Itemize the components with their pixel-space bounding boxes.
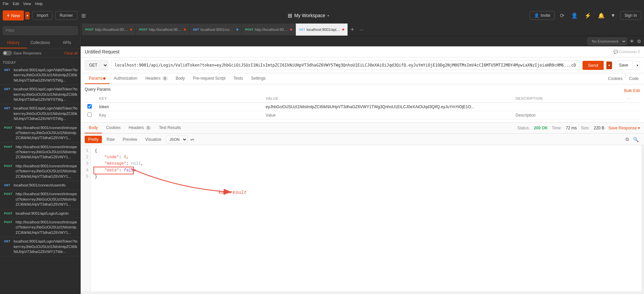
settings-icon-button[interactable]: ⚙: [637, 39, 641, 44]
history-item[interactable]: POST http://localhost:9001/connect/intro…: [0, 190, 80, 209]
history-item[interactable]: GET localhost:9001/connect/userinfo: [0, 181, 80, 190]
add-tab-button[interactable]: +: [348, 26, 357, 33]
col-value-header: VALUE: [263, 94, 513, 103]
req-tab-body[interactable]: Body: [172, 73, 189, 84]
history-item[interactable]: GET localhost:9001/api/Login/ValidToken?…: [0, 237, 80, 256]
workspace-label[interactable]: My Workspace: [294, 13, 325, 18]
menu-help[interactable]: Help: [35, 2, 43, 6]
tab-item[interactable]: POST http://localhost:9001/connect/...: [136, 24, 190, 36]
wrap-button[interactable]: ⇌: [189, 135, 196, 143]
req-tab-headers[interactable]: Headers 6: [141, 73, 171, 84]
lightning-icon-button[interactable]: ⚡: [583, 11, 593, 20]
resp-tab-test-results[interactable]: Test Results: [155, 123, 185, 133]
history-item[interactable]: GET localhost:9001/api/Login/ValidToken?…: [0, 104, 80, 123]
bulk-edit-link[interactable]: Bulk Edit: [624, 88, 640, 93]
code-link[interactable]: Code: [628, 74, 640, 84]
req-tab-authorization[interactable]: Authorization: [110, 73, 141, 84]
menu-bar: File Edit View Help: [0, 0, 644, 7]
new-button[interactable]: + New: [3, 10, 24, 20]
sidebar-search-container: [0, 24, 80, 38]
save-responses-toggle[interactable]: [3, 51, 12, 55]
method-select[interactable]: GET: [85, 60, 108, 70]
menu-edit[interactable]: Edit: [13, 2, 19, 6]
import-button[interactable]: Import: [32, 11, 52, 20]
sign-in-button[interactable]: Sign In: [620, 11, 641, 20]
search-input[interactable]: [3, 26, 78, 35]
runner-button[interactable]: Runner: [55, 11, 77, 20]
search-button[interactable]: 🔍: [632, 135, 640, 143]
response-time: 72 ms: [566, 126, 577, 130]
param-value-0[interactable]: [266, 104, 510, 109]
vertical-scrollbar[interactable]: [641, 145, 644, 294]
send-button[interactable]: Send: [582, 61, 603, 70]
user-icon-button[interactable]: 👤: [570, 11, 579, 20]
comments-button[interactable]: 💬 Comments 0: [613, 50, 640, 54]
send-dropdown-button[interactable]: ▾: [606, 61, 612, 69]
more-tabs-button[interactable]: ···: [357, 27, 366, 32]
param-key-1[interactable]: [99, 113, 260, 118]
param-desc-0[interactable]: [516, 104, 621, 109]
cookies-link[interactable]: Cookies: [607, 74, 624, 84]
history-url: http://localhost:9001/connect/introspect…: [16, 220, 78, 235]
tab-item[interactable]: GET localhost:9001/api/Login/ValidT...: [296, 24, 348, 36]
save-response-button[interactable]: Save Response ▾: [608, 126, 640, 130]
param-row: [85, 111, 640, 120]
sidebar-tab-history[interactable]: History: [0, 38, 27, 48]
history-item[interactable]: GET localhost:9001/api/Login/ValidToken?…: [0, 85, 80, 104]
tab-item[interactable]: POST http://localhost:9001/connect/...: [82, 24, 136, 36]
bell-icon-button[interactable]: 🔔: [597, 11, 606, 20]
visualize-view-button[interactable]: Visualize: [142, 136, 165, 143]
new-dropdown-arrow[interactable]: ▾: [25, 12, 30, 19]
tab-item[interactable]: GET localhost:9001/connect/userinfo: [190, 24, 242, 36]
resp-tab-headers[interactable]: Headers 5: [125, 123, 155, 133]
menu-view[interactable]: View: [23, 2, 31, 6]
eye-icon-button[interactable]: 👁: [630, 39, 634, 44]
save-dropdown-button[interactable]: ▾: [635, 61, 640, 70]
url-input[interactable]: [111, 60, 580, 70]
param-value-1[interactable]: [266, 113, 510, 118]
json-editor[interactable]: 1 2 3 4 5 { "code": 0, "message": null, …: [81, 145, 644, 294]
param-checkbox-0[interactable]: [87, 104, 92, 109]
req-tab-params[interactable]: Params: [85, 73, 110, 84]
resp-tab-cookies[interactable]: Cookies: [102, 123, 124, 133]
params-more-button[interactable]: ···: [627, 96, 631, 101]
history-item[interactable]: POST http://localhost:9001/connect/intro…: [0, 218, 80, 237]
tabs-env-container: POST http://localhost:9001/connect/... P…: [81, 24, 644, 46]
history-url: http://localhost:9001/connect/introspect…: [16, 125, 78, 141]
sidebar-tab-collections[interactable]: Collections: [27, 38, 54, 48]
layout-icon-button[interactable]: ⊞: [80, 11, 87, 20]
history-item[interactable]: POST http://localhost:9001/connect/intro…: [0, 143, 80, 162]
heart-icon-button[interactable]: ♥: [610, 11, 616, 20]
preview-view-button[interactable]: Preview: [119, 136, 140, 143]
raw-view-button[interactable]: Raw: [103, 136, 118, 143]
history-item[interactable]: POST http://localhost:9001/connect/intro…: [0, 162, 80, 181]
json-line-2: "code": 0,: [95, 154, 640, 161]
history-url: localhost:9001/api/Login/ValidToken?toke…: [14, 68, 78, 83]
env-bar: No Environment 👁 ⚙: [81, 36, 644, 46]
history-item[interactable]: POST localhost:9001/api/Login/LoginIn: [0, 209, 80, 218]
req-tab-pre-request[interactable]: Pre-request Script: [189, 73, 230, 84]
tab-item[interactable]: POST http://localhost:9001/api/Login/Log…: [242, 24, 296, 36]
param-key-0[interactable]: [99, 104, 260, 109]
horizontal-scrollbar[interactable]: [81, 291, 644, 294]
menu-file[interactable]: File: [3, 2, 9, 6]
param-checkbox-1[interactable]: [87, 113, 92, 117]
format-select[interactable]: JSON: [166, 136, 188, 143]
save-button[interactable]: Save: [615, 60, 633, 70]
workspace-dropdown-arrow[interactable]: ▾: [327, 14, 329, 17]
col-desc-header: DESCRIPTION: [513, 94, 624, 103]
param-desc-1[interactable]: [516, 113, 621, 118]
sidebar-tab-apis[interactable]: APIs: [53, 38, 80, 48]
sync-icon-button[interactable]: ⟳: [559, 11, 566, 20]
clear-all-button[interactable]: Clear all: [64, 51, 78, 55]
pretty-view-button[interactable]: Pretty: [85, 136, 102, 143]
req-tab-tests[interactable]: Tests: [230, 73, 247, 84]
environment-select[interactable]: No Environment: [588, 38, 627, 45]
history-item[interactable]: GET localhost:9001/api/Login/ValidToken?…: [0, 66, 80, 85]
copy-button[interactable]: ⧉: [624, 135, 630, 143]
invite-button[interactable]: 👤 Invite: [530, 11, 555, 20]
req-tab-settings[interactable]: Settings: [247, 73, 270, 84]
plus-icon: +: [7, 12, 10, 18]
resp-tab-body[interactable]: Body: [85, 123, 102, 133]
history-item[interactable]: POST http://localhost:9001/connect/intro…: [0, 124, 80, 143]
